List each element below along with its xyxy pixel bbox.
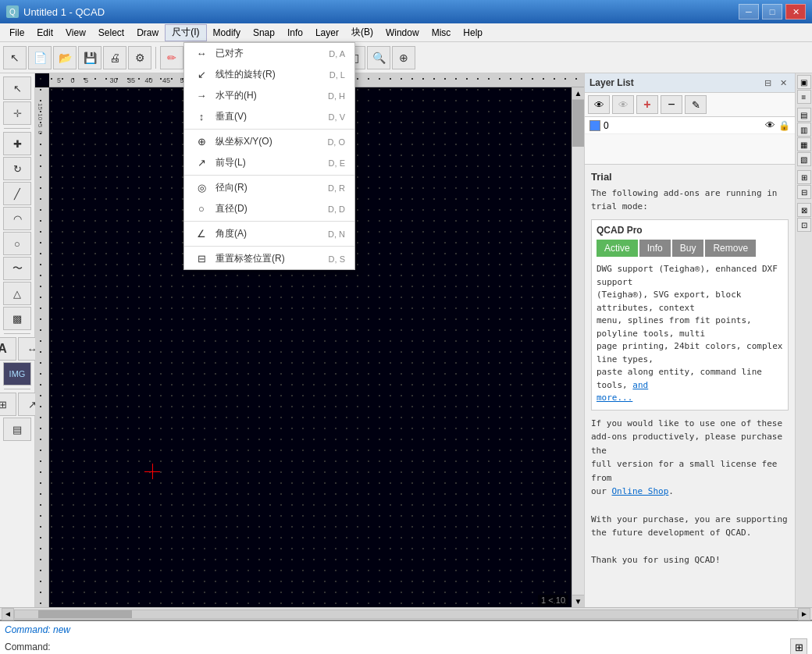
menu-dim[interactable]: 尺寸(I)	[165, 24, 206, 41]
toolbar-zoom-custom[interactable]: ⊕	[392, 46, 415, 69]
command-input[interactable]	[54, 642, 790, 652]
addon-buy-button[interactable]: Buy	[672, 240, 704, 257]
dm-aligned[interactable]: ↔ 已对齐 D, A	[184, 43, 354, 64]
dm-leader[interactable]: ↗ 前导(L) D, E	[184, 152, 354, 173]
h-scroll-left[interactable]: ◄	[2, 608, 14, 620]
dm-horizontal[interactable]: → 水平的(H) D, H	[184, 85, 354, 106]
layer-hide-all[interactable]: 👁	[612, 95, 634, 114]
menu-info[interactable]: Info	[281, 24, 309, 41]
menu-file[interactable]: File	[3, 24, 30, 41]
dm-linear-rotated[interactable]: ↙ 线性的旋转(R) D, L	[184, 64, 354, 85]
addon-more-link[interactable]: and more...	[597, 380, 648, 403]
title-controls[interactable]: ─ □ ✕	[739, 4, 806, 20]
lt-hatch[interactable]: ▩	[3, 307, 31, 330]
layer-row[interactable]: 0 👁 🔒	[585, 117, 795, 134]
toolbar-open[interactable]: 📂	[53, 46, 77, 69]
layer-float-button[interactable]: ⊟	[760, 76, 775, 90]
rmt-btn6[interactable]: ▧	[797, 152, 811, 166]
menu-view[interactable]: View	[59, 24, 92, 41]
rmt-btn4[interactable]: ▥	[797, 123, 811, 137]
rmt-btn9[interactable]: ⊠	[797, 203, 811, 217]
h-scroll-right[interactable]: ►	[798, 608, 810, 620]
dm-radial-shortcut: D, R	[314, 183, 345, 193]
toolbar-pencil[interactable]: ✏	[160, 46, 183, 69]
dm-aligned-shortcut: D, A	[314, 49, 345, 59]
lt-move[interactable]: ✚	[3, 132, 31, 155]
v-scroll-up[interactable]: ▲	[572, 87, 584, 100]
dm-horizontal-shortcut: D, H	[314, 91, 345, 101]
rmt-btn10[interactable]: ⊡	[797, 218, 811, 232]
menu-edit[interactable]: Edit	[30, 24, 59, 41]
dm-vertical[interactable]: ↕ 垂直(V) D, V	[184, 106, 354, 127]
layer-edit[interactable]: ✎	[685, 95, 707, 114]
lt-layer[interactable]: ▤	[3, 418, 31, 441]
toolbar-save[interactable]: 💾	[78, 46, 102, 69]
dm-diameter-shortcut: D, D	[314, 204, 345, 214]
command-area: Command: new Command: ⊞	[0, 620, 812, 654]
toolbar-pointer[interactable]: ↖	[3, 46, 27, 69]
dm-diameter[interactable]: ○ 直径(D) D, D	[184, 198, 354, 219]
maximize-button[interactable]: □	[762, 4, 782, 20]
rmt-btn5[interactable]: ▦	[797, 137, 811, 151]
dm-ordinate-shortcut: D, O	[314, 137, 345, 147]
dm-radial-label: 径向(R)	[215, 181, 308, 194]
close-button[interactable]: ✕	[785, 4, 806, 20]
menu-misc[interactable]: Misc	[426, 24, 458, 41]
dm-reset-label-shortcut: D, S	[314, 254, 345, 264]
menu-block[interactable]: 块(B)	[345, 24, 379, 41]
crosshair	[144, 464, 160, 479]
layer-add[interactable]: +	[636, 95, 658, 114]
rmt-btn7[interactable]: ⊞	[797, 170, 811, 184]
toolbar-print[interactable]: 🖨	[103, 46, 126, 69]
menu-snap[interactable]: Snap	[247, 24, 281, 41]
lt-image[interactable]: IMG	[3, 362, 31, 386]
v-scroll-down[interactable]: ▼	[572, 595, 584, 607]
lt-ellipse[interactable]: ○	[3, 232, 31, 255]
dm-angle[interactable]: ∠ 角度(A) D, N	[184, 223, 354, 244]
menu-window[interactable]: Window	[379, 24, 426, 41]
toolbar-sep1	[155, 47, 156, 69]
v-scroll-thumb[interactable]	[572, 100, 584, 147]
lt-crosshair[interactable]: ✛	[3, 101, 31, 125]
layer-close-button[interactable]: ✕	[776, 76, 790, 90]
lt-line[interactable]: ╱	[3, 182, 31, 205]
menu-modify[interactable]: Modify	[207, 24, 247, 41]
minimize-button[interactable]: ─	[739, 4, 759, 20]
layer-remove[interactable]: −	[661, 95, 682, 114]
toolbar-settings[interactable]: ⚙	[128, 46, 151, 69]
layer-show-all[interactable]: 👁	[588, 95, 610, 114]
command-input-row: Command: ⊞	[5, 638, 807, 654]
addon-remove-button[interactable]: Remove	[705, 240, 756, 257]
lt-snap[interactable]: ⊞	[0, 393, 16, 416]
lt-spline[interactable]: 〜	[3, 257, 31, 280]
menu-bar: File Edit View Select Draw 尺寸(I) Modify …	[0, 23, 812, 42]
addon-active-button[interactable]: Active	[597, 240, 638, 257]
toolbar-zoom-out[interactable]: 🔍	[367, 46, 390, 69]
rmt-btn1[interactable]: ▣	[797, 75, 811, 89]
layer-lock-icon[interactable]: 🔒	[778, 120, 790, 131]
lt-arc[interactable]: ◠	[3, 207, 31, 230]
dm-radial[interactable]: ◎ 径向(R) D, R	[184, 177, 354, 198]
lt-rotate[interactable]: ↻	[3, 157, 31, 180]
v-scrollbar[interactable]: ▲ ▼	[572, 87, 584, 607]
menu-layer[interactable]: Layer	[309, 24, 345, 41]
addon-info-button[interactable]: Info	[639, 240, 671, 257]
online-shop-link[interactable]: Online Shop	[612, 486, 669, 496]
rmt-btn8[interactable]: ⊟	[797, 185, 811, 199]
dm-leader-label: 前导(L)	[215, 156, 308, 169]
lt-text[interactable]: A	[0, 337, 16, 361]
dm-reset-label[interactable]: ⊟ 重置标签位置(R) D, S	[184, 248, 354, 269]
menu-help[interactable]: Help	[457, 24, 489, 41]
layer-eye-toggle[interactable]: 👁	[765, 119, 775, 131]
lt-select[interactable]: ↖	[3, 76, 31, 100]
dm-ordinate[interactable]: ⊕ 纵坐标X/Y(O) D, O	[184, 131, 354, 152]
command-submit-button[interactable]: ⊞	[790, 638, 807, 654]
h-scroll-thumb[interactable]	[38, 610, 132, 618]
rmt-btn3[interactable]: ▤	[797, 108, 811, 122]
toolbar-new[interactable]: 📄	[28, 46, 52, 69]
lt-polygon[interactable]: △	[3, 282, 31, 305]
menu-draw[interactable]: Draw	[130, 24, 165, 41]
dm-horizontal-label: 水平的(H)	[215, 89, 308, 102]
menu-select[interactable]: Select	[92, 24, 130, 41]
rmt-btn2[interactable]: ≡	[797, 90, 811, 104]
